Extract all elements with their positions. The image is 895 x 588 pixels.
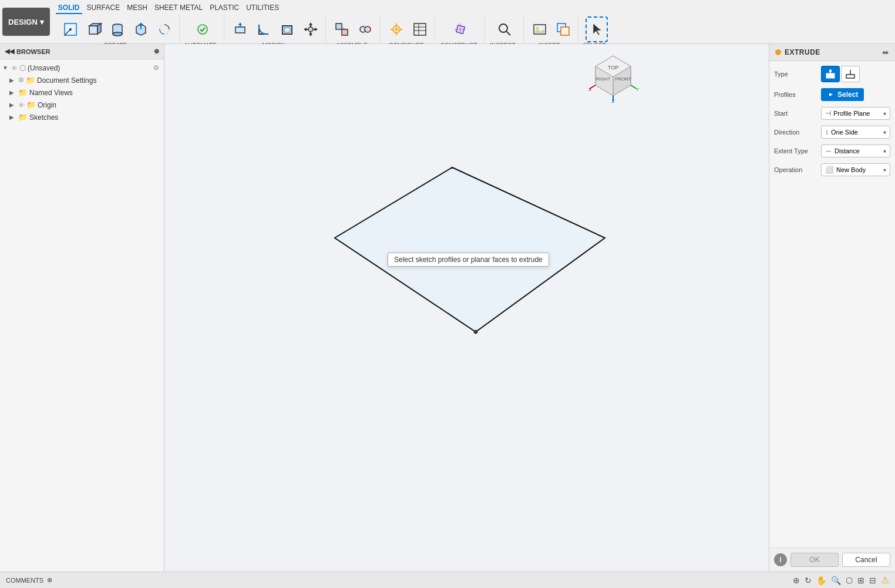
- sketches-arrow[interactable]: ▶: [9, 114, 16, 120]
- assemble-btn[interactable]: [331, 16, 353, 42]
- insert-canvas-btn[interactable]: [552, 16, 574, 42]
- direction-dd-text: One Side: [831, 129, 883, 136]
- type-thin-extrude-btn[interactable]: [841, 66, 860, 82]
- tab-surface[interactable]: SURFACE: [85, 2, 123, 14]
- start-dd-icon: ⊣: [825, 109, 831, 117]
- cancel-button[interactable]: Cancel: [842, 553, 890, 567]
- origin-arrow[interactable]: ▶: [9, 102, 16, 108]
- box-icon: [86, 21, 102, 38]
- visibility-icon[interactable]: 👁: [11, 65, 18, 72]
- tree-item-sketches[interactable]: ▶ 📁 Sketches: [0, 111, 164, 123]
- operation-label: Operation: [774, 166, 821, 173]
- shell-icon: [279, 21, 295, 38]
- browser-header: ◀◀ BROWSER ⊕: [0, 44, 164, 59]
- type-extrude-btn[interactable]: [821, 66, 840, 82]
- create-box-btn[interactable]: [83, 16, 105, 42]
- tab-plastic[interactable]: PLASTIC: [207, 2, 241, 14]
- construct-btn[interactable]: [449, 16, 472, 42]
- tree-item-named-views[interactable]: ▶ 📁 Named Views: [0, 86, 164, 99]
- modify-shell-btn[interactable]: [276, 16, 298, 42]
- svg-marker-23: [309, 33, 312, 36]
- extrude-pin-icon[interactable]: ⬌: [882, 48, 889, 57]
- rotate-icon[interactable]: ↻: [805, 576, 812, 585]
- pan-icon[interactable]: ✋: [816, 576, 826, 585]
- operation-dropdown[interactable]: ⬜ New Body ▾: [821, 163, 890, 176]
- ok-button[interactable]: OK: [790, 553, 839, 567]
- bottom-right: ⊕ ↻ ✋ 🔍 ⬡ ⊞ ⊟ ⚠: [793, 574, 889, 586]
- named-views-arrow[interactable]: ▶: [9, 89, 16, 96]
- svg-rect-63: [826, 73, 835, 78]
- extrude-footer: i OK Cancel: [769, 547, 895, 572]
- warning-icon[interactable]: ⚠: [881, 574, 889, 586]
- modify-push-pull-btn[interactable]: [229, 16, 251, 42]
- tab-solid[interactable]: SOLID: [56, 2, 82, 14]
- construct-icons: [449, 16, 472, 42]
- design-button[interactable]: DESIGN ▾: [2, 8, 50, 36]
- start-dd-text: Profile Plane: [833, 110, 883, 117]
- display-icon3[interactable]: ⊟: [869, 576, 876, 585]
- create-sketch-btn[interactable]: [59, 16, 82, 42]
- tree-item-doc-settings[interactable]: ▶ ⚙ 📁 Document Settings: [0, 74, 164, 86]
- direction-dropdown[interactable]: ↕ One Side ▾: [821, 126, 890, 139]
- start-label: Start: [774, 110, 821, 117]
- root-label: (Unsaved): [28, 64, 152, 72]
- snap-icon[interactable]: ⊕: [793, 576, 800, 585]
- view-cube[interactable]: TOP FRONT RIGHT Z X Y: [587, 50, 640, 103]
- cylinder-icon: [109, 21, 126, 38]
- named-views-folder: 📁: [18, 88, 28, 97]
- extrude-header-left: EXTRUDE: [775, 48, 820, 56]
- cancel-label: Cancel: [855, 556, 877, 564]
- doc-settings-gear-icon: ⚙: [18, 76, 24, 84]
- doc-settings-arrow[interactable]: ▶: [9, 77, 16, 83]
- browser-collapse-icon[interactable]: ◀◀: [5, 48, 14, 55]
- svg-rect-3: [89, 26, 97, 34]
- display-icon2[interactable]: ⊞: [857, 576, 864, 585]
- info-button[interactable]: i: [774, 553, 787, 566]
- automate-btn[interactable]: [191, 16, 214, 42]
- extent-dd-text: Distance: [835, 147, 883, 154]
- assemble-joint-btn[interactable]: [354, 16, 376, 42]
- profiles-select-button[interactable]: Select: [821, 88, 864, 101]
- browser-settings-icon[interactable]: ⊕: [154, 48, 159, 55]
- inspect-btn[interactable]: [493, 16, 516, 42]
- tab-sheet-metal[interactable]: SHEET METAL: [152, 2, 205, 14]
- modify-fillet-btn[interactable]: [253, 16, 275, 42]
- root-gear-icon[interactable]: ⚙: [153, 64, 159, 72]
- bottom-bar: COMMENTS ⊕ ⊕ ↻ ✋ 🔍 ⬡ ⊞ ⊟ ⚠: [0, 572, 895, 588]
- svg-text:Y: Y: [636, 87, 640, 92]
- create-extrude-btn[interactable]: [130, 16, 152, 42]
- tab-mesh[interactable]: MESH: [125, 2, 150, 14]
- tab-utilities[interactable]: UTILITIES: [244, 2, 281, 14]
- type-extrude-icon: [825, 69, 836, 79]
- select-btn[interactable]: [586, 16, 608, 42]
- create-cylinder-btn[interactable]: [106, 16, 129, 42]
- svg-text:FRONT: FRONT: [615, 76, 631, 82]
- zoom-icon[interactable]: 🔍: [831, 576, 841, 585]
- type-label: Type: [774, 70, 821, 78]
- configure-btn[interactable]: [385, 16, 408, 42]
- svg-text:TOP: TOP: [608, 65, 618, 70]
- modify-icons: [229, 16, 322, 42]
- tree-item-root[interactable]: ▼ 👁 ⬡ (Unsaved) ⚙: [0, 62, 164, 74]
- operation-row: Operation ⬜ New Body ▾: [774, 163, 890, 176]
- sketch-icon: [62, 21, 79, 38]
- svg-point-45: [536, 27, 539, 29]
- root-arrow[interactable]: ▼: [2, 65, 9, 71]
- svg-point-19: [308, 27, 313, 32]
- extent-type-dropdown[interactable]: ↔ Distance ▾: [821, 145, 890, 157]
- type-thin-icon: [845, 69, 856, 79]
- canvas-area[interactable]: TOP FRONT RIGHT Z X Y Select sketch prof…: [164, 44, 769, 572]
- tree-item-origin[interactable]: ▶ 👁 📁 Origin: [0, 99, 164, 111]
- operation-dd-icon: ⬜: [825, 166, 834, 174]
- modify-move-btn[interactable]: [300, 16, 322, 42]
- create-revolve-btn[interactable]: [153, 16, 176, 42]
- insert-canvas-icon: [555, 21, 571, 38]
- comments-expand-icon[interactable]: ⊕: [47, 576, 52, 584]
- start-dropdown[interactable]: ⊣ Profile Plane ▾: [821, 107, 890, 120]
- origin-visibility-icon[interactable]: 👁: [18, 102, 25, 109]
- insert-image-btn[interactable]: [529, 16, 551, 42]
- configure-table-btn[interactable]: [409, 16, 431, 42]
- extrude-panel: EXTRUDE ⬌ Type: [769, 44, 895, 572]
- svg-marker-61: [335, 167, 605, 332]
- display-icon1[interactable]: ⬡: [846, 576, 853, 585]
